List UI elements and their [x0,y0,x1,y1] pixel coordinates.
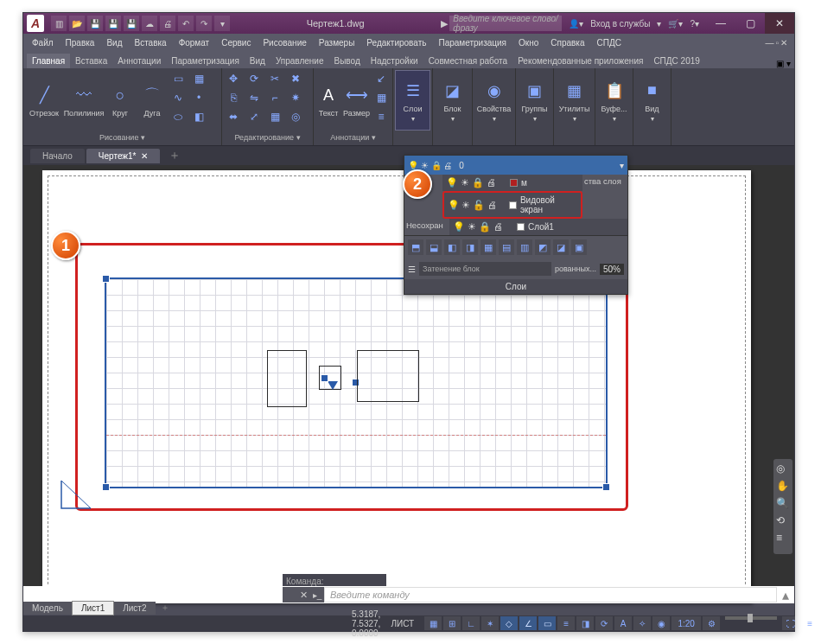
properties-button[interactable]: ◉Свойства▾ [474,70,513,131]
text-button[interactable]: AТекст [315,70,341,131]
region-icon[interactable]: ◧ [189,108,208,125]
layer-tool-icon[interactable]: ▤ [499,239,514,255]
copy-icon[interactable]: ⎘ [224,89,243,106]
qat-saveas-icon[interactable]: 💾 [105,16,121,31]
rect-icon[interactable]: ▭ [169,70,188,87]
menu-item[interactable]: Формат [174,36,215,49]
qat-undo-icon[interactable]: ↶ [178,16,194,31]
qat-redo-icon[interactable]: ↷ [196,16,212,31]
rotate-icon[interactable]: ⟳ [245,70,264,87]
status-ortho-icon[interactable]: ∟ [462,616,480,630]
ribbon-tab[interactable]: Надстройки [366,54,423,68]
qat-save-icon[interactable]: 💾 [87,16,103,31]
tab-sheet2[interactable]: Лист2 [114,602,155,615]
ribbon-tab[interactable]: Параметризация [166,54,245,68]
status-snap-icon[interactable]: ⊞ [443,616,461,630]
groups-button[interactable]: ▣Группы▾ [518,70,551,131]
minimize-button[interactable]: — [706,13,735,34]
ribbon-tab[interactable]: Рекомендованные приложения [512,54,648,68]
layout-viewport[interactable] [106,279,606,487]
shade-percent[interactable]: 50% [600,264,624,275]
status-settings-icon[interactable]: ⚙ [703,616,720,630]
ribbon-tab[interactable]: СПДС 2019 [648,54,704,68]
status-custom-icon[interactable]: ≡ [801,616,818,630]
status-zoom-label[interactable]: 1:20 [671,616,701,630]
circle-button[interactable]: ○Круг [105,70,136,131]
layer-tool-icon[interactable]: ⬓ [426,239,442,255]
status-lwt-icon[interactable]: ▭ [538,616,556,630]
tab-add-icon[interactable]: ＋ [156,602,175,614]
menu-item[interactable]: Вид [101,36,127,49]
layers-button[interactable]: ☰Слои▾ [395,70,430,131]
app-logo[interactable]: A [27,15,44,32]
layer-tool-icon[interactable]: ◨ [462,239,478,255]
status-polar-icon[interactable]: ✶ [481,616,499,630]
layer-tool-icon[interactable]: ▥ [517,239,532,255]
trim-icon[interactable]: ✂ [265,70,284,87]
status-osnap-icon[interactable]: ◇ [500,616,518,630]
doc-close-icon[interactable]: ✕ [780,38,787,48]
status-iso-icon[interactable]: ✧ [633,616,651,630]
ribbon-collapse-icon[interactable]: ▣ ▾ [776,59,791,68]
menu-item[interactable]: Правка [60,36,100,49]
layer-tool-icon[interactable]: ◧ [444,239,460,255]
close-button[interactable]: ✕ [765,13,794,34]
hatch-icon[interactable]: ▦ [189,70,208,87]
table-icon[interactable]: ▦ [372,89,391,106]
zoom-slider[interactable] [725,616,777,620]
maximize-button[interactable]: ▢ [735,13,765,34]
layer-tool-icon[interactable]: ⬒ [408,239,423,255]
stretch-icon[interactable]: ⬌ [224,108,243,125]
doc-tab-start[interactable]: Начало [30,149,85,163]
nav-more-icon[interactable]: ≡ [776,532,790,545]
menu-item[interactable]: Справка [545,36,589,49]
menu-item[interactable]: Вставка [129,36,171,49]
qat-saveall-icon[interactable]: 💾 [124,16,139,31]
layer-tool-icon[interactable]: ◪ [553,239,569,255]
search-input[interactable]: Введите ключевое слово/фразу [449,16,562,31]
status-cycle-icon[interactable]: ⟳ [595,616,613,630]
qat-open-icon[interactable]: 📂 [69,16,85,31]
doc-tab-add-icon[interactable]: ＋ [162,148,188,163]
ellipse-icon[interactable]: ⬭ [169,108,188,125]
clipboard-button[interactable]: 📋Буфе...▾ [597,70,631,131]
block-button[interactable]: ◪Блок▾ [435,70,470,131]
polyline-button[interactable]: 〰Полилиния [65,70,103,131]
status-anno-icon[interactable]: A [614,616,632,630]
layer-row[interactable]: 💡 ☀ 🔒 🖨Слой1 [449,219,627,235]
command-toggle-icon[interactable]: ▸_ [310,587,324,603]
menu-item[interactable]: Редактировать [361,36,431,49]
menu-item[interactable]: СПДС [592,36,627,49]
tab-sheet1[interactable]: Лист1 [72,601,114,615]
layer-row[interactable]: 💡 ☀ 🔒 🖨м [442,175,582,191]
layer-row-highlighted[interactable]: 💡 ☀ 🔓 🖨Видовой экран [442,191,582,219]
doc-restore-icon[interactable]: ▫ [775,38,779,48]
status-dyn-icon[interactable]: ≡ [557,616,575,630]
nav-zoom-icon[interactable]: 🔍 [776,497,790,511]
help-icon[interactable]: ?▾ [690,19,699,29]
layers-current-row[interactable]: 💡 ☀ 🔒 🖨 0 ▾ [404,156,627,175]
status-trans-icon[interactable]: ◨ [576,616,594,630]
tab-model[interactable]: Модель [23,602,72,615]
line-button[interactable]: ╱Отрезок [25,70,63,131]
doc-tab-active[interactable]: Чертеж1* ✕ [86,149,160,163]
mtext-icon[interactable]: ≡ [372,108,391,125]
menu-item[interactable]: Сервис [216,36,256,49]
utilities-button[interactable]: ▦Утилиты▾ [556,70,593,131]
status-3d-icon[interactable]: ◉ [652,616,670,630]
ribbon-tab[interactable]: Вид [245,54,270,68]
status-otrack-icon[interactable]: ∠ [519,616,537,630]
erase-icon[interactable]: ✖ [286,70,305,87]
ribbon-tab[interactable]: Аннотации [112,54,166,68]
leader-icon[interactable]: ↙ [372,70,391,87]
login-label[interactable]: Вход в службы [590,19,650,29]
login-icon[interactable]: 👤▾ [569,19,583,29]
ribbon-tab[interactable]: Управление [270,54,329,68]
move-icon[interactable]: ✥ [224,70,243,87]
group-label-draw[interactable]: Рисование ▾ [25,131,220,143]
nav-pan-icon[interactable]: ✋ [776,480,790,494]
qat-cloud-icon[interactable]: ☁ [142,16,157,31]
nav-orbit-icon[interactable]: ⟲ [776,514,790,528]
menu-item[interactable]: Параметризация [433,36,512,49]
offset-icon[interactable]: ◎ [286,108,305,125]
